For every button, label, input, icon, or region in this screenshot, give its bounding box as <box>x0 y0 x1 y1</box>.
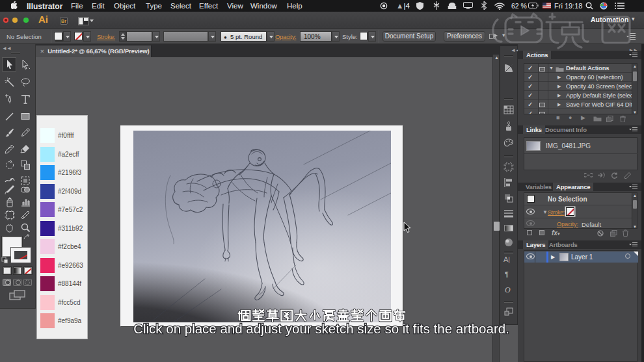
svg-text:Click on place and adjust your: Click on place and adjust your sketch si… <box>133 321 509 336</box>
